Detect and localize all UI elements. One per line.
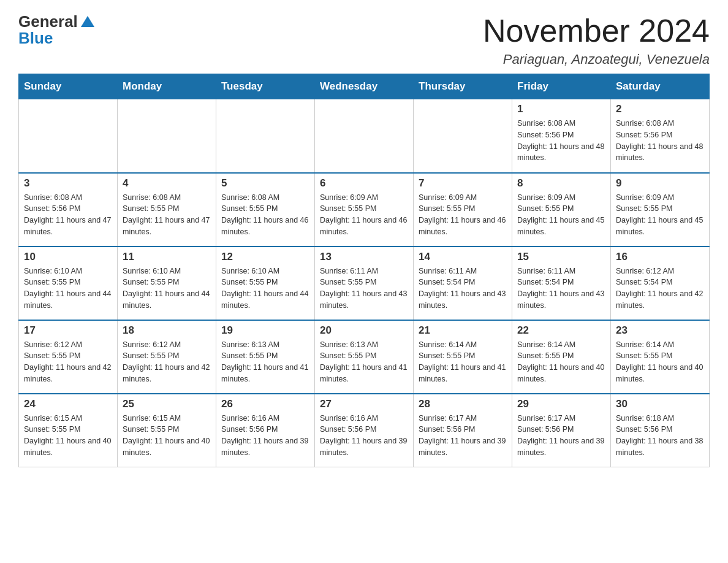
calendar-cell (414, 99, 512, 173)
day-info: Sunrise: 6:08 AM Sunset: 5:55 PM Dayligh… (123, 192, 211, 238)
day-info: Sunrise: 6:16 AM Sunset: 5:56 PM Dayligh… (320, 413, 408, 459)
day-info: Sunrise: 6:09 AM Sunset: 5:55 PM Dayligh… (517, 192, 605, 238)
day-info: Sunrise: 6:11 AM Sunset: 5:55 PM Dayligh… (320, 266, 408, 312)
calendar-week-row: 10Sunrise: 6:10 AM Sunset: 5:55 PM Dayli… (19, 247, 710, 320)
day-info: Sunrise: 6:08 AM Sunset: 5:56 PM Dayligh… (517, 118, 605, 164)
day-number: 6 (320, 177, 408, 190)
day-info: Sunrise: 6:08 AM Sunset: 5:55 PM Dayligh… (221, 192, 309, 238)
day-number: 4 (123, 177, 211, 190)
calendar-week-row: 17Sunrise: 6:12 AM Sunset: 5:55 PM Dayli… (19, 320, 710, 394)
calendar-cell: 5Sunrise: 6:08 AM Sunset: 5:55 PM Daylig… (216, 173, 315, 247)
calendar-cell: 9Sunrise: 6:09 AM Sunset: 5:55 PM Daylig… (611, 173, 710, 247)
calendar-cell: 21Sunrise: 6:14 AM Sunset: 5:55 PM Dayli… (414, 320, 512, 394)
day-number: 10 (24, 251, 112, 263)
day-info: Sunrise: 6:09 AM Sunset: 5:55 PM Dayligh… (320, 192, 408, 238)
day-of-week-header: Friday (512, 74, 611, 99)
day-number: 11 (123, 251, 211, 263)
day-number: 20 (320, 324, 408, 337)
day-number: 21 (419, 324, 507, 337)
day-info: Sunrise: 6:14 AM Sunset: 5:55 PM Dayligh… (616, 339, 704, 385)
day-of-week-header: Wednesday (315, 74, 414, 99)
day-number: 28 (419, 398, 507, 410)
day-number: 30 (616, 398, 704, 410)
day-number: 8 (517, 177, 605, 190)
day-number: 27 (320, 398, 408, 410)
calendar-cell: 14Sunrise: 6:11 AM Sunset: 5:54 PM Dayli… (414, 247, 512, 320)
day-number: 26 (221, 398, 309, 410)
day-info: Sunrise: 6:14 AM Sunset: 5:55 PM Dayligh… (419, 339, 507, 385)
day-number: 17 (24, 324, 112, 337)
calendar-cell: 24Sunrise: 6:15 AM Sunset: 5:55 PM Dayli… (19, 394, 118, 467)
calendar-header-row: SundayMondayTuesdayWednesdayThursdayFrid… (19, 74, 710, 99)
logo-flag-icon (81, 16, 94, 27)
calendar-cell: 15Sunrise: 6:11 AM Sunset: 5:54 PM Dayli… (512, 247, 611, 320)
day-number: 3 (24, 177, 112, 190)
calendar-cell: 17Sunrise: 6:12 AM Sunset: 5:55 PM Dayli… (19, 320, 118, 394)
logo: General Blue (18, 12, 94, 48)
day-of-week-header: Tuesday (216, 74, 315, 99)
calendar-cell: 29Sunrise: 6:17 AM Sunset: 5:56 PM Dayli… (512, 394, 611, 467)
day-number: 24 (24, 398, 112, 410)
calendar-cell: 10Sunrise: 6:10 AM Sunset: 5:55 PM Dayli… (19, 247, 118, 320)
day-number: 18 (123, 324, 211, 337)
day-number: 19 (221, 324, 309, 337)
title-section: November 2024 Pariaguan, Anzoategui, Ven… (483, 12, 710, 67)
day-info: Sunrise: 6:14 AM Sunset: 5:55 PM Dayligh… (517, 339, 605, 385)
calendar-cell: 19Sunrise: 6:13 AM Sunset: 5:55 PM Dayli… (216, 320, 315, 394)
day-info: Sunrise: 6:08 AM Sunset: 5:56 PM Dayligh… (616, 118, 704, 164)
calendar-cell: 20Sunrise: 6:13 AM Sunset: 5:55 PM Dayli… (315, 320, 414, 394)
calendar-cell: 8Sunrise: 6:09 AM Sunset: 5:55 PM Daylig… (512, 173, 611, 247)
day-number: 5 (221, 177, 309, 190)
calendar-cell: 2Sunrise: 6:08 AM Sunset: 5:56 PM Daylig… (611, 99, 710, 173)
day-info: Sunrise: 6:13 AM Sunset: 5:55 PM Dayligh… (320, 339, 408, 385)
day-info: Sunrise: 6:10 AM Sunset: 5:55 PM Dayligh… (221, 266, 309, 312)
logo-blue-text: Blue (18, 29, 53, 48)
day-info: Sunrise: 6:16 AM Sunset: 5:56 PM Dayligh… (221, 413, 309, 459)
calendar-cell: 25Sunrise: 6:15 AM Sunset: 5:55 PM Dayli… (118, 394, 216, 467)
day-of-week-header: Monday (118, 74, 216, 99)
day-number: 22 (517, 324, 605, 337)
day-of-week-header: Thursday (414, 74, 512, 99)
location-text: Pariaguan, Anzoategui, Venezuela (483, 52, 710, 67)
day-number: 15 (517, 251, 605, 263)
day-info: Sunrise: 6:17 AM Sunset: 5:56 PM Dayligh… (517, 413, 605, 459)
day-of-week-header: Sunday (19, 74, 118, 99)
calendar-cell: 7Sunrise: 6:09 AM Sunset: 5:55 PM Daylig… (414, 173, 512, 247)
calendar-cell: 6Sunrise: 6:09 AM Sunset: 5:55 PM Daylig… (315, 173, 414, 247)
calendar-cell: 11Sunrise: 6:10 AM Sunset: 5:55 PM Dayli… (118, 247, 216, 320)
day-info: Sunrise: 6:12 AM Sunset: 5:55 PM Dayligh… (123, 339, 211, 385)
day-number: 16 (616, 251, 704, 263)
month-title: November 2024 (483, 12, 710, 49)
calendar-cell (216, 99, 315, 173)
day-info: Sunrise: 6:10 AM Sunset: 5:55 PM Dayligh… (123, 266, 211, 312)
calendar-cell: 28Sunrise: 6:17 AM Sunset: 5:56 PM Dayli… (414, 394, 512, 467)
day-info: Sunrise: 6:13 AM Sunset: 5:55 PM Dayligh… (221, 339, 309, 385)
calendar-week-row: 3Sunrise: 6:08 AM Sunset: 5:56 PM Daylig… (19, 173, 710, 247)
day-info: Sunrise: 6:08 AM Sunset: 5:56 PM Dayligh… (24, 192, 112, 238)
day-number: 13 (320, 251, 408, 263)
calendar-cell: 22Sunrise: 6:14 AM Sunset: 5:55 PM Dayli… (512, 320, 611, 394)
day-number: 9 (616, 177, 704, 190)
calendar-cell: 4Sunrise: 6:08 AM Sunset: 5:55 PM Daylig… (118, 173, 216, 247)
calendar-cell (315, 99, 414, 173)
calendar-cell: 3Sunrise: 6:08 AM Sunset: 5:56 PM Daylig… (19, 173, 118, 247)
day-info: Sunrise: 6:12 AM Sunset: 5:54 PM Dayligh… (616, 266, 704, 312)
day-info: Sunrise: 6:15 AM Sunset: 5:55 PM Dayligh… (123, 413, 211, 459)
calendar-week-row: 24Sunrise: 6:15 AM Sunset: 5:55 PM Dayli… (19, 394, 710, 467)
day-number: 29 (517, 398, 605, 410)
calendar-cell: 13Sunrise: 6:11 AM Sunset: 5:55 PM Dayli… (315, 247, 414, 320)
day-number: 7 (419, 177, 507, 190)
day-info: Sunrise: 6:09 AM Sunset: 5:55 PM Dayligh… (616, 192, 704, 238)
calendar-cell (118, 99, 216, 173)
calendar-cell: 1Sunrise: 6:08 AM Sunset: 5:56 PM Daylig… (512, 99, 611, 173)
day-number: 1 (517, 103, 605, 115)
calendar-cell: 16Sunrise: 6:12 AM Sunset: 5:54 PM Dayli… (611, 247, 710, 320)
day-number: 14 (419, 251, 507, 263)
day-info: Sunrise: 6:18 AM Sunset: 5:56 PM Dayligh… (616, 413, 704, 459)
day-info: Sunrise: 6:17 AM Sunset: 5:56 PM Dayligh… (419, 413, 507, 459)
calendar-cell (19, 99, 118, 173)
day-number: 25 (123, 398, 211, 410)
page-header: General Blue November 2024 Pariaguan, An… (18, 12, 710, 67)
day-info: Sunrise: 6:12 AM Sunset: 5:55 PM Dayligh… (24, 339, 112, 385)
day-number: 2 (616, 103, 704, 115)
